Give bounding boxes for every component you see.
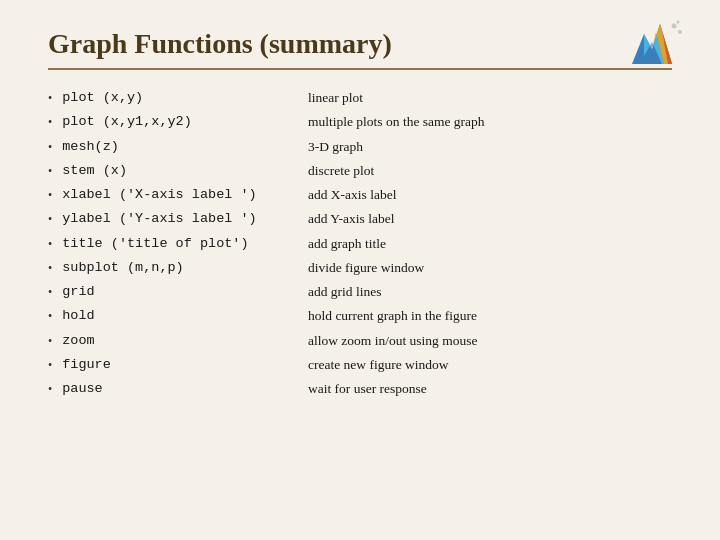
function-name: ylabel ('Y-axis label ') [62, 209, 256, 229]
list-item: • mesh(z) [48, 137, 308, 157]
description-text: add grid lines [308, 282, 672, 302]
bullet-icon: • [48, 259, 52, 277]
description-text: divide figure window [308, 258, 672, 278]
list-item: • grid [48, 282, 308, 302]
bullet-icon: • [48, 186, 52, 204]
list-item: • zoom [48, 331, 308, 351]
function-name: hold [62, 306, 94, 326]
list-item: • stem (x) [48, 161, 308, 181]
title-divider [48, 68, 672, 70]
bullet-icon: • [48, 162, 52, 180]
description-text: add graph title [308, 234, 672, 254]
bullet-icon: • [48, 283, 52, 301]
description-text: linear plot [308, 88, 672, 108]
title-area: Graph Functions (summary) [48, 28, 672, 60]
function-name: pause [62, 379, 103, 399]
bullet-icon: • [48, 356, 52, 374]
description-text: 3-D graph [308, 137, 672, 157]
function-name: stem (x) [62, 161, 127, 181]
description-text: create new figure window [308, 355, 672, 375]
description-text: hold current graph in the figure [308, 306, 672, 326]
list-item: • plot (x,y) [48, 88, 308, 108]
svg-point-5 [678, 30, 682, 34]
function-name: subplot (m,n,p) [62, 258, 184, 278]
slide: Graph Functions (summary) • plot (x,y) •… [0, 0, 720, 540]
svg-point-4 [672, 24, 677, 29]
bullet-icon: • [48, 380, 52, 398]
list-item: • xlabel ('X-axis label ') [48, 185, 308, 205]
list-item: • plot (x,y1,x,y2) [48, 112, 308, 132]
description-text: add Y-axis label [308, 209, 672, 229]
function-name: plot (x,y) [62, 88, 143, 108]
bullet-icon: • [48, 138, 52, 156]
bullet-icon: • [48, 332, 52, 350]
function-name: plot (x,y1,x,y2) [62, 112, 192, 132]
content-area: • plot (x,y) • plot (x,y1,x,y2) • mesh(z… [48, 88, 672, 403]
bullet-icon: • [48, 307, 52, 325]
list-item: • ylabel ('Y-axis label ') [48, 209, 308, 229]
svg-point-6 [677, 21, 680, 24]
list-item: • hold [48, 306, 308, 326]
function-name: xlabel ('X-axis label ') [62, 185, 256, 205]
description-text: wait for user response [308, 379, 672, 399]
list-item: • subplot (m,n,p) [48, 258, 308, 278]
bullet-icon: • [48, 113, 52, 131]
bullet-icon: • [48, 210, 52, 228]
function-name: grid [62, 282, 94, 302]
function-name: title ('title of plot') [62, 234, 248, 254]
description-text: discrete plot [308, 161, 672, 181]
bullet-icon: • [48, 89, 52, 107]
function-name: figure [62, 355, 111, 375]
list-item: • figure [48, 355, 308, 375]
descriptions-column: linear plotmultiple plots on the same gr… [308, 88, 672, 403]
function-name: mesh(z) [62, 137, 119, 157]
list-item: • title ('title of plot') [48, 234, 308, 254]
functions-column: • plot (x,y) • plot (x,y1,x,y2) • mesh(z… [48, 88, 308, 403]
function-name: zoom [62, 331, 94, 351]
description-text: add X-axis label [308, 185, 672, 205]
page-title: Graph Functions (summary) [48, 28, 392, 60]
matlab-logo [622, 14, 684, 76]
list-item: • pause [48, 379, 308, 399]
bullet-icon: • [48, 235, 52, 253]
description-text: allow zoom in/out using mouse [308, 331, 672, 351]
description-text: multiple plots on the same graph [308, 112, 672, 132]
